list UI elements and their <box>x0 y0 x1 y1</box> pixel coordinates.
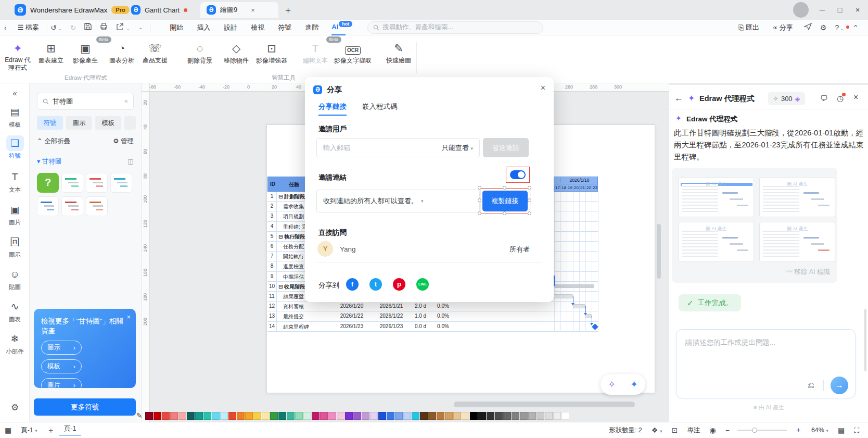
color-swatch[interactable] <box>303 412 311 420</box>
color-swatch[interactable] <box>378 412 386 420</box>
symbol-gantt-thumb[interactable] <box>110 173 132 193</box>
sidebar-item-symbols[interactable]: ❏符號 <box>0 135 30 160</box>
color-swatch[interactable] <box>220 412 228 420</box>
color-swatch[interactable] <box>470 412 478 420</box>
symbol-gantt-thumb[interactable] <box>37 196 59 216</box>
gantt-row[interactable]: 14 結束里程碑2026/1/23 2026/1/23 0.0 d 0.0% <box>267 322 598 332</box>
sidebar-item-charts[interactable]: ∿圖表 <box>0 299 30 323</box>
ai-sparkle-icon[interactable]: ✦ <box>630 379 638 390</box>
present-play-icon[interactable]: ◉ <box>705 426 721 434</box>
section-gantt[interactable]: ▾ 甘特圖 <box>37 157 61 166</box>
settings-gear-icon[interactable]: ⚙ <box>816 23 831 32</box>
gantt-row[interactable]: 13 最終提交2026/1/22 2026/1/22 1.0 d 0.0% <box>267 311 598 321</box>
result-thumbnail[interactable]: 圖 AI 產生 <box>678 222 754 262</box>
color-swatch[interactable] <box>295 412 303 420</box>
color-swatch[interactable] <box>195 412 203 420</box>
tool-sparkle[interactable]: ✦Edraw 代理程式 <box>4 41 31 72</box>
color-swatch[interactable] <box>428 412 436 420</box>
menu-start[interactable]: 開始 <box>163 20 190 35</box>
close-button[interactable]: × <box>849 0 866 20</box>
color-swatch[interactable] <box>262 412 270 420</box>
collapse-all-button[interactable]: ⌃ 全部折疊 <box>37 137 70 146</box>
tool-remove-object[interactable]: ◇移除物件 <box>218 41 255 65</box>
tool-quick-draw[interactable]: ✎快速繪圖 <box>380 41 417 65</box>
symbol-gantt-thumb[interactable] <box>86 196 108 216</box>
color-swatch[interactable] <box>287 412 295 420</box>
section-board-icon[interactable]: ◫ <box>127 157 134 166</box>
page-selector[interactable]: 頁-1 ▾ <box>16 426 42 435</box>
add-page-button[interactable]: ＋ <box>42 426 59 435</box>
line-icon[interactable]: LINE <box>416 278 429 291</box>
color-swatch[interactable] <box>403 412 411 420</box>
selection-handle[interactable] <box>528 186 531 190</box>
selection-handle[interactable] <box>503 186 506 190</box>
selection-handle[interactable] <box>478 198 481 202</box>
panel-settings-gear-icon[interactable]: ⚙ <box>0 402 30 413</box>
sidebar-item-templates[interactable]: ▤模板 <box>0 104 30 129</box>
brush-icon[interactable]: ✎ <box>136 411 143 420</box>
chat-input-card[interactable]: 請描述您的工作或提出問題... ⎌ → <box>676 329 856 398</box>
send-button[interactable]: → <box>831 377 848 394</box>
menu-view[interactable]: 檢視 <box>244 20 271 35</box>
color-swatch[interactable] <box>270 412 278 420</box>
color-swatch[interactable] <box>478 412 486 420</box>
selection-handle[interactable] <box>478 211 481 215</box>
color-swatch[interactable] <box>320 412 328 420</box>
gantt-row[interactable]: 12 資料審核2026/1/20 2026/1/21 2.0 d 0.0% <box>267 302 598 311</box>
zoom-level[interactable]: 64% ▾ <box>807 427 833 434</box>
panel-scrollbar[interactable] <box>864 309 866 371</box>
color-swatch[interactable] <box>445 412 453 420</box>
menu-insert[interactable]: 插入 <box>190 20 217 35</box>
email-input[interactable]: 輸入郵箱 只能查看 ▾ <box>316 138 480 157</box>
color-swatch[interactable] <box>253 412 261 420</box>
page-tab[interactable]: 頁-1 <box>59 424 81 436</box>
manage-button[interactable]: ⚙ 管理 <box>113 137 134 146</box>
close-dialog-icon[interactable]: × <box>541 83 545 93</box>
new-tab-button[interactable]: ＋ <box>284 4 292 16</box>
save-icon[interactable] <box>80 23 96 32</box>
send-plane-icon[interactable] <box>800 23 816 32</box>
color-swatch[interactable] <box>328 412 336 420</box>
export-button[interactable]: ⎘ 匯出 <box>732 20 766 35</box>
attach-paperclip-icon[interactable]: ⎌ <box>808 381 814 390</box>
fullscreen-icon[interactable]: ⛶ <box>849 426 864 435</box>
sidebar-item-stickers[interactable]: ☺貼圖 <box>0 267 30 291</box>
tool-image-enhance[interactable]: ⊡影像增強器 <box>253 41 290 65</box>
color-swatch[interactable] <box>145 412 153 420</box>
color-swatch[interactable] <box>520 412 528 420</box>
color-swatch[interactable] <box>353 412 361 420</box>
tab-drawing9[interactable]: Ə 繪圖9 × <box>200 2 278 18</box>
color-swatch[interactable] <box>487 412 494 420</box>
sidebar-item-widgets[interactable]: ❄小部件 <box>0 331 30 356</box>
collapse-ribbon-icon[interactable]: ⌃ <box>848 23 863 32</box>
color-swatch[interactable] <box>537 412 544 420</box>
sidebar-item-images[interactable]: ▣圖片 <box>0 202 30 227</box>
color-swatch[interactable] <box>387 412 394 420</box>
credits-badge[interactable]: ✧ 300 ◈ <box>768 92 805 105</box>
result-thumbnail[interactable]: 圖 AI 產生 <box>678 177 754 217</box>
pinterest-icon[interactable]: p <box>393 278 405 291</box>
more-tools-icon[interactable]: ⌄ <box>134 24 147 30</box>
selection-handle[interactable] <box>528 211 531 215</box>
symbol-gantt-thumb[interactable] <box>61 173 83 193</box>
sidebar-item-icons[interactable]: 回圖示 <box>0 234 30 259</box>
color-swatch[interactable] <box>362 412 369 420</box>
copy-link-button[interactable]: 複製鏈接 <box>482 191 528 211</box>
color-swatch[interactable] <box>162 412 170 420</box>
close-tab-icon[interactable]: × <box>251 6 255 14</box>
color-swatch[interactable] <box>453 412 461 420</box>
back-icon[interactable]: ← <box>674 93 683 104</box>
menu-design[interactable]: 設計 <box>217 20 244 35</box>
close-promo-icon[interactable]: × <box>126 313 131 321</box>
color-swatch[interactable] <box>170 412 178 420</box>
tool-ocr[interactable]: OCR影像文字擷取 <box>334 41 372 65</box>
color-swatch[interactable] <box>345 412 353 420</box>
more-symbols-button[interactable]: 更多符號 <box>34 398 136 416</box>
menu-ai[interactable]: AIhot <box>325 19 355 35</box>
color-swatch[interactable] <box>420 412 428 420</box>
color-swatch[interactable] <box>553 412 561 420</box>
zoom-slider[interactable] <box>737 430 787 431</box>
avatar[interactable] <box>793 2 809 18</box>
vertical-scrollbar[interactable] <box>657 224 661 279</box>
menu-advanced[interactable]: 進階 <box>298 20 325 35</box>
